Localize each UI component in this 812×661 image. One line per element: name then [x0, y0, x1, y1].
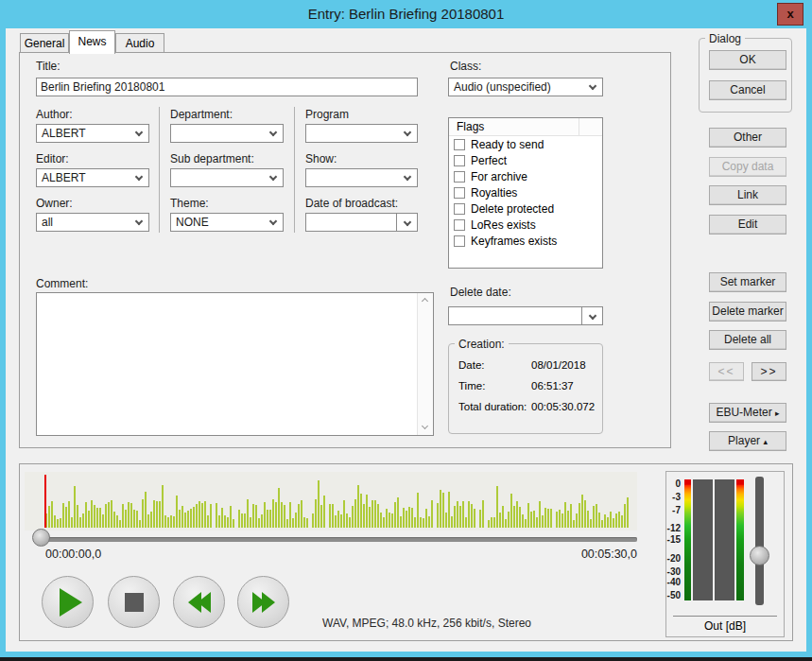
flag-row[interactable]: Ready to send [449, 136, 602, 152]
show-select[interactable] [305, 168, 418, 187]
waveform-bar [508, 512, 510, 528]
flag-checkbox[interactable] [454, 171, 465, 183]
flag-checkbox[interactable] [454, 187, 465, 199]
volume-slider[interactable] [755, 477, 764, 605]
waveform-bar [527, 503, 529, 528]
flag-row[interactable]: Delete protected [449, 200, 602, 217]
waveform-bar [581, 495, 583, 528]
waveform-bar [108, 502, 110, 528]
waveform-bar [397, 497, 399, 528]
waveform-bar [119, 520, 121, 528]
edit-button[interactable]: Edit [709, 215, 786, 235]
broadcast-date-field[interactable] [305, 213, 418, 232]
flag-row[interactable]: LoRes exists [449, 217, 602, 233]
waveform-bar [596, 504, 597, 528]
program-select[interactable] [305, 124, 418, 143]
flag-label: Keyframes exists [471, 235, 557, 248]
sub-department-select[interactable] [170, 168, 284, 187]
cancel-button[interactable]: Cancel [709, 80, 786, 100]
seek-slider-thumb[interactable] [32, 529, 50, 547]
waveform-bar [465, 517, 467, 528]
waveform-bar [286, 519, 288, 528]
waveform-bar [275, 502, 277, 528]
waveform-bar [539, 501, 541, 528]
set-marker-button[interactable]: Set marker [709, 272, 786, 292]
other-button[interactable]: Other [709, 128, 786, 148]
tab-general[interactable]: General [20, 33, 69, 53]
waveform-bar [601, 520, 603, 528]
waveform-bar [199, 501, 200, 528]
tab-audio[interactable]: Audio [115, 33, 164, 53]
flag-checkbox[interactable] [454, 155, 465, 166]
link-button[interactable]: Link [709, 185, 786, 205]
copy-data-button[interactable]: Copy data [709, 157, 786, 177]
comment-scrollbar[interactable] [417, 293, 433, 435]
dialog-content: General News Audio Title: Author: ALBERT… [6, 28, 806, 652]
flag-checkbox[interactable] [454, 235, 465, 247]
scroll-down-button[interactable] [418, 420, 433, 435]
playhead-marker [44, 475, 46, 528]
theme-select[interactable]: NONE [170, 213, 284, 232]
waveform-bar [442, 493, 444, 528]
player-button[interactable]: Player ▴ [709, 431, 786, 451]
class-select[interactable]: Audio (unspecified) [448, 78, 603, 96]
flag-checkbox[interactable] [454, 139, 465, 150]
meter-scale-label: -12 [666, 524, 681, 533]
scroll-up-button[interactable] [418, 293, 433, 308]
close-button[interactable]: x [777, 3, 803, 26]
waveform-bar [201, 503, 203, 528]
flag-label: Royalties [471, 186, 517, 200]
waveform-bar [153, 500, 155, 528]
chevron-down-icon [135, 173, 143, 181]
waveform-bar [479, 510, 481, 528]
delete-date-dropdown-button[interactable] [581, 307, 602, 324]
broadcast-date-dropdown-button[interactable] [396, 214, 417, 231]
owner-value: all [42, 216, 53, 229]
meter-bar-right [715, 479, 734, 600]
waveform-bar [615, 513, 617, 528]
waveform-bar [593, 506, 595, 528]
flag-checkbox[interactable] [454, 203, 465, 215]
play-button[interactable] [42, 576, 94, 628]
flag-row[interactable]: Royalties [449, 184, 602, 200]
flags-header-divider [579, 118, 579, 135]
tab-news[interactable]: News [69, 30, 115, 54]
waveform-bar [125, 510, 127, 528]
waveform-bar [85, 502, 87, 528]
delete-all-button[interactable]: Delete all [709, 330, 786, 350]
ok-button[interactable]: OK [709, 50, 786, 70]
stop-button[interactable] [108, 576, 160, 628]
flag-checkbox[interactable] [454, 219, 465, 231]
waveform-display[interactable] [25, 472, 637, 531]
arrow-up-icon: ▴ [763, 437, 768, 446]
waveform-bar [544, 508, 546, 528]
title-input[interactable] [36, 78, 418, 96]
waveform-bar [468, 501, 470, 528]
editor-value: ALBERT [42, 171, 85, 184]
rewind-button[interactable] [173, 576, 225, 628]
dialog-group-title: Dialog [705, 32, 745, 45]
waveform-bar [145, 492, 147, 528]
editor-select[interactable]: ALBERT [36, 168, 149, 187]
waveform-bar [318, 480, 320, 528]
owner-select[interactable]: all [36, 213, 149, 232]
department-select[interactable] [170, 124, 284, 143]
waveform-bar [241, 513, 243, 528]
delete-marker-button[interactable]: Delete marker [709, 302, 786, 322]
volume-slider-thumb[interactable] [750, 546, 769, 565]
fast-forward-button[interactable] [237, 576, 289, 628]
flag-row[interactable]: For archive [449, 168, 602, 184]
ebu-meter-button[interactable]: EBU-Meter ▸ [709, 403, 786, 423]
meter-scale-label: -20 [666, 554, 681, 564]
next-marker-button[interactable]: >> [752, 362, 786, 381]
author-select[interactable]: ALBERT [36, 124, 149, 143]
waveform-bar [230, 506, 232, 528]
seek-slider[interactable] [41, 537, 637, 542]
prev-marker-button[interactable]: << [709, 362, 744, 381]
flag-row[interactable]: Keyframes exists [449, 233, 602, 249]
delete-date-field[interactable] [448, 306, 603, 325]
waveform-bar [176, 496, 178, 528]
flag-row[interactable]: Perfect [449, 152, 602, 168]
comment-input[interactable] [37, 293, 417, 435]
waveform-bar [380, 513, 382, 528]
